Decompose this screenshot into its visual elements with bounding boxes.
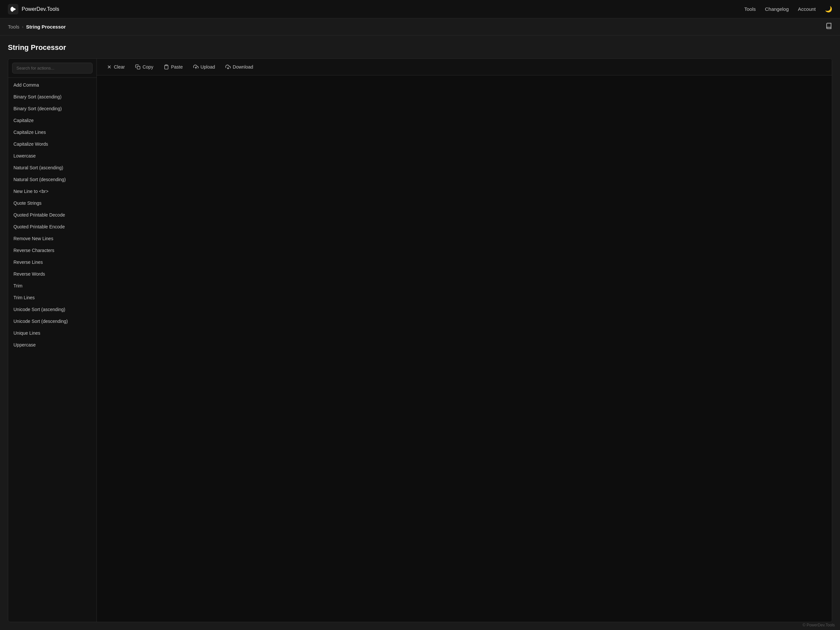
list-item[interactable]: Natural Sort (ascending) — [8, 162, 96, 174]
list-item[interactable]: Capitalize Words — [8, 138, 96, 150]
search-input[interactable] — [12, 63, 93, 74]
tools-nav-link[interactable]: Tools — [744, 6, 756, 12]
copyright-text: © PowerDev.Tools — [802, 623, 835, 627]
paste-icon — [164, 64, 169, 69]
list-item[interactable]: Uppercase — [8, 339, 96, 351]
editor-area[interactable] — [97, 76, 832, 622]
list-item[interactable]: Binary Sort (decending) — [8, 103, 96, 115]
list-item[interactable]: Capitalize Lines — [8, 126, 96, 138]
breadcrumb: Tools › String Processor — [8, 24, 66, 30]
clear-icon — [107, 64, 112, 69]
svg-rect-4 — [165, 65, 167, 66]
navbar: PowerDev.Tools Tools Changelog Account 🌙 — [0, 0, 840, 18]
workspace: Add CommaBinary Sort (ascending)Binary S… — [8, 58, 832, 622]
search-container — [8, 59, 96, 78]
list-item[interactable]: Unique Lines — [8, 327, 96, 339]
sidebar: Add CommaBinary Sort (ascending)Binary S… — [8, 59, 97, 622]
brand-logo — [8, 4, 18, 14]
changelog-nav-link[interactable]: Changelog — [765, 6, 789, 12]
copy-button[interactable]: Copy — [131, 62, 158, 72]
clear-button[interactable]: Clear — [102, 62, 129, 72]
breadcrumb-bar: Tools › String Processor — [0, 18, 840, 35]
list-item[interactable]: Trim Lines — [8, 292, 96, 303]
navbar-right: Tools Changelog Account 🌙 — [744, 6, 832, 13]
footer: © PowerDev.Tools — [797, 620, 840, 630]
account-nav-link[interactable]: Account — [798, 6, 816, 12]
toolbar: Clear Copy Paste — [97, 59, 832, 76]
upload-icon — [193, 64, 199, 69]
list-item[interactable]: Reverse Words — [8, 268, 96, 280]
download-button[interactable]: Download — [221, 62, 257, 72]
list-item[interactable]: Remove New Lines — [8, 233, 96, 245]
list-item[interactable]: Trim — [8, 280, 96, 292]
list-item[interactable]: Natural Sort (descending) — [8, 174, 96, 185]
list-item[interactable]: Lowercase — [8, 150, 96, 162]
theme-toggle-button[interactable]: 🌙 — [825, 6, 832, 13]
navbar-left: PowerDev.Tools — [8, 4, 59, 14]
list-item[interactable]: Unicode Sort (descending) — [8, 315, 96, 327]
copy-icon — [135, 64, 141, 69]
upload-button[interactable]: Upload — [189, 62, 219, 72]
list-item[interactable]: New Line to <br> — [8, 185, 96, 197]
list-item[interactable]: Add Comma — [8, 79, 96, 91]
list-item[interactable]: Quoted Printable Decode — [8, 209, 96, 221]
paste-button[interactable]: Paste — [159, 62, 187, 72]
brand-name: PowerDev.Tools — [22, 6, 59, 12]
svg-rect-3 — [137, 66, 140, 69]
list-item[interactable]: Reverse Characters — [8, 245, 96, 256]
list-item[interactable]: Binary Sort (ascending) — [8, 91, 96, 103]
list-item[interactable]: Unicode Sort (ascending) — [8, 303, 96, 315]
download-icon — [226, 64, 231, 69]
page-title: String Processor — [8, 43, 832, 52]
list-item[interactable]: Reverse Lines — [8, 256, 96, 268]
list-item[interactable]: Quote Strings — [8, 197, 96, 209]
editor-panel: Clear Copy Paste — [97, 59, 832, 622]
actions-list: Add CommaBinary Sort (ascending)Binary S… — [8, 78, 96, 622]
list-item[interactable]: Quoted Printable Encode — [8, 221, 96, 233]
list-item[interactable]: Capitalize — [8, 115, 96, 126]
docs-icon[interactable] — [826, 23, 832, 31]
main-content: String Processor Add CommaBinary Sort (a… — [0, 35, 840, 630]
breadcrumb-current: String Processor — [26, 24, 66, 30]
breadcrumb-separator: › — [22, 24, 23, 29]
breadcrumb-root[interactable]: Tools — [8, 24, 19, 30]
